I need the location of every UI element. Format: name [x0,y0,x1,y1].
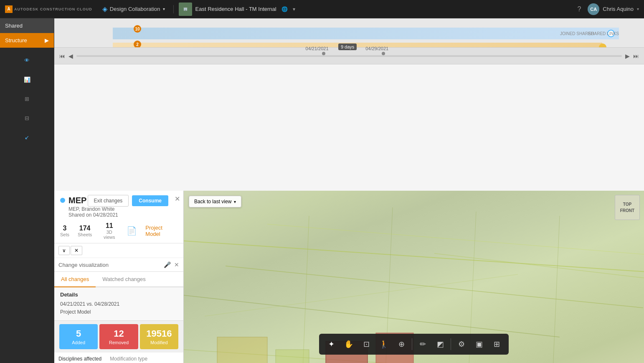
viewport[interactable]: Back to last view ▾ TOP FRONT ✦ ✋ ⊡ 🚶 ⊕ … [184,191,644,363]
sets-label: Sets [60,232,69,237]
details-dates: 04/21/2021 vs. 04/28/2021 [60,300,177,308]
scrubber-prev-prev[interactable]: ⏮ [59,53,65,59]
user-name: Chris Aquino [603,6,634,12]
date-start-label: 04/21/2021 [306,46,329,51]
scrubber-next[interactable]: ▶ [625,53,630,59]
close-vis-icon[interactable]: ✕ [174,261,179,268]
project-thumbnail: 🏢 [179,3,192,16]
nav-separator [173,5,174,13]
modified-count: 19516 [143,328,175,339]
sidebar-icon-eye[interactable]: 👁 [18,51,36,69]
sidebar-icon-grid[interactable]: ⊟ [18,109,36,127]
collaboration-icon: ◈ [102,5,107,13]
toolbar-properties-button[interactable]: ▣ [471,336,487,352]
stat-card-removed: 12 Removed [99,324,138,349]
user-avatar: CA [588,3,599,15]
sidebar-shared-button[interactable]: Shared [0,18,54,33]
consume-button[interactable]: Consume [132,195,168,206]
removed-count: 12 [103,328,134,339]
project-model-link[interactable]: Project Model [145,225,177,237]
disc-tab-affected[interactable]: Disciplines affected [54,353,106,363]
content-wrapper: 10 JOINED SHARED SHARED LINKS 2 ⏮ ◀ 9 [54,18,644,363]
back-btn-dropdown-icon[interactable]: ▾ [234,199,236,204]
microphone-icon[interactable]: 🎤 [164,261,171,268]
project-navigation[interactable]: 🏢 East Residence Hall - TM Internal 🌐 ▾ [179,3,295,16]
sheets-count: 174 [78,225,92,232]
project-chevron-icon[interactable]: ▾ [293,6,295,12]
mep-subtitle: MEP, Brandon White [68,206,118,212]
svg-line-7 [551,216,560,363]
bottom-toolbar: ✦ ✋ ⊡ 🚶 ⊕ ✏ ◩ ⚙ ▣ ⊞ [319,334,509,355]
details-model: Project Model [60,308,177,316]
close-panel-button[interactable]: ✕ [71,246,82,255]
tab-all-changes[interactable]: All changes [54,272,96,287]
user-chevron-icon: ▾ [637,7,639,11]
toolbar-orbit-button[interactable]: ⊡ [358,336,374,352]
sidebar-icon-arrow[interactable]: ↙ [18,128,36,146]
stat-card-modified: 19516 Modified [140,324,178,349]
toolbar-select-button[interactable]: ✦ [323,336,339,352]
svg-line-4 [301,216,309,363]
nav-right: ? CA Chris Aquino ▾ [577,3,639,15]
timeline-blue-end-label: SHARED LINKS [588,31,619,36]
back-to-last-view-button[interactable]: Back to last view ▾ [189,196,241,207]
panel-controls: ∨ ✕ [54,243,183,258]
design-collaboration-button[interactable]: ◈ Design Collaboration ▾ [99,3,168,15]
help-button[interactable]: ? [577,5,581,13]
svg-rect-11 [276,350,309,363]
nav-cube-front: FRONT [620,208,634,213]
details-section: Details 04/21/2021 vs. 04/28/2021 Projec… [54,287,183,321]
stat-views: 11 3D views [100,222,118,240]
sidebar-structure-button[interactable]: Structure ▶ [0,33,54,48]
model-link-icon: 📄 [127,226,137,236]
toolbar-walk-button[interactable]: 🚶 [376,336,392,352]
modified-label: Modified [143,340,175,345]
toolbar-pan-button[interactable]: ✋ [341,336,357,352]
sidebar-icon-layers[interactable]: ⊞ [18,89,36,108]
back-btn-label: Back to last view [194,199,231,205]
nav-cube-top: TOP [623,202,631,207]
chevron-down-icon: ▾ [163,7,165,11]
scrubber-prev[interactable]: ◀ [68,53,73,59]
scrubber-track[interactable]: 9 days 04/21/2021 04/29/2021 [76,55,622,57]
toolbar-markup-button[interactable]: ✏ [415,336,431,352]
toolbar-focus-button[interactable]: ⊕ [393,336,409,352]
views-label: 3D views [100,230,118,240]
scrubber-next-next[interactable]: ⏭ [633,53,639,59]
details-title: Details [60,291,177,298]
logo-icon: A [5,5,13,13]
sets-count: 3 [60,225,69,232]
svg-line-1 [226,266,643,308]
days-badge: 9 days [338,43,357,50]
disciplines-tabs: Disciplines affected Modification type [54,353,183,363]
autodesk-logo: A AUTODESK CONSTRUCTION CLOUD [5,5,92,13]
toolbar-split-button[interactable]: ⊞ [489,336,505,352]
svg-line-19 [434,253,644,283]
exit-changes-button[interactable]: Exit changes [88,195,129,207]
close-mep-button[interactable]: ✕ [175,195,180,203]
top-navigation: A AUTODESK CONSTRUCTION CLOUD ◈ Design C… [0,0,644,18]
project-title: East Residence Hall - TM Internal [195,6,276,12]
timeline-top: 10 JOINED SHARED SHARED LINKS 2 ⏮ ◀ 9 [54,18,644,64]
mep-header: MEP Update MEP, Brandon White Shared on … [54,191,183,243]
tab-watched-changes[interactable]: Watched changes [96,272,152,287]
left-sidebar: Shared Structure ▶ 👁 📊 ⊞ ⊟ ↙ [0,18,54,363]
sidebar-icon-chart[interactable]: 📊 [18,70,36,89]
toolbar-section-button[interactable]: ◩ [432,336,448,352]
scrubber-thumb-left[interactable] [322,52,325,55]
scrubber-thumb-right[interactable] [382,52,385,55]
svg-line-2 [184,295,560,337]
toolbar-settings-button[interactable]: ⚙ [454,336,469,352]
removed-label: Removed [103,340,134,345]
toolbar-separator-2 [451,338,451,350]
disc-tab-modification[interactable]: Modification type [106,353,152,363]
sidebar-icons: 👁 📊 ⊞ ⊟ ↙ [0,48,54,363]
visualization-bar: Change visualization 🎤 ✕ [54,258,183,272]
added-count: 5 [63,328,94,339]
user-info[interactable]: CA Chris Aquino ▾ [588,3,639,15]
nav-cube[interactable]: TOP FRONT [615,195,640,220]
stat-sets: 3 Sets [60,225,69,237]
company-name: AUTODESK CONSTRUCTION CLOUD [14,7,92,11]
chevron-down-button[interactable]: ∨ [58,246,70,255]
globe-icon: 🌐 [281,6,288,12]
